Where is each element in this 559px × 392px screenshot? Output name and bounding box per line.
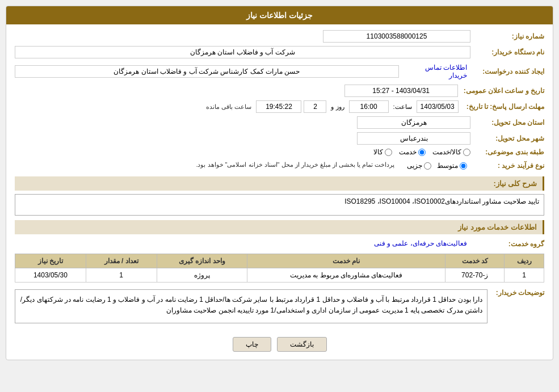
deadline-time: 16:00 xyxy=(349,100,389,113)
province-value: هرمزگان xyxy=(357,116,470,129)
back-button[interactable]: بازگشت xyxy=(277,337,327,352)
deadline-date: 1403/05/03 xyxy=(417,100,459,113)
process-description: پرداخت تمام یا بخشی از مبلغ خریدار از مح… xyxy=(15,159,398,172)
creator-value: حسن مارات کمک کارشناس شرکت آب و فاضلاب ا… xyxy=(15,65,399,78)
category-radio-kala-khadmat[interactable] xyxy=(463,149,470,156)
category-option-kala-khadmat: کالا/خدمت xyxy=(432,148,470,156)
creator-label: ایجاد کننده درخواست: xyxy=(470,68,544,75)
category-radio-kala[interactable] xyxy=(385,149,392,156)
col-row: ردیف xyxy=(505,254,544,268)
category-label-khadmat: خدمت xyxy=(399,148,417,156)
category-label-kala: کالا xyxy=(373,148,383,156)
service-group-label: گروه خدمت: xyxy=(470,240,544,248)
col-date: تاریخ نیاز xyxy=(15,254,86,268)
category-option-kala: کالا xyxy=(373,148,392,156)
category-radio-group: کالا/خدمت خدمت کالا xyxy=(373,148,470,156)
cell-date: 1403/05/30 xyxy=(15,268,86,283)
services-section-label: اطلاعات خدمات مورد نیاز xyxy=(458,223,537,231)
general-desc-value: تایید صلاحیت مشاور استانداردهایISO18295 … xyxy=(15,194,544,216)
deadline-days: 2 xyxy=(304,100,326,113)
process-label-motavaset: متوسط xyxy=(437,162,458,170)
buyer-notes-value: دارا بودن حداقل 1 قرارداد مرتبط با آب و … xyxy=(15,289,487,323)
services-table: ردیف کد خدمت نام خدمت واحد اندازه گیری ت… xyxy=(15,254,544,283)
province-row: استان محل تحویل: هرمزگان xyxy=(15,116,544,129)
city-label: شهر محل تحویل: xyxy=(470,134,544,142)
main-card: جزئیات اطلاعات نیاز شماره نیاز: 11030035… xyxy=(6,6,553,360)
deadline-days-label: روز و xyxy=(331,103,344,111)
deadline-row: مهلت ارسال پاسخ: تا تاریخ: 1403/05/03 سا… xyxy=(15,100,544,113)
process-label-jozi: جزیی xyxy=(407,162,422,170)
contact-link[interactable]: اطلاعات تماس خریدار xyxy=(402,62,470,81)
buyer-org-label: نام دستگاه خریدار: xyxy=(470,48,544,56)
need-number-row: شماره نیاز: 1103003588000125 xyxy=(15,30,544,43)
announce-label: تاریخ و ساعت اعلان عمومی: xyxy=(458,87,544,95)
process-type-label: نوع فرآیند خرید : xyxy=(470,162,544,170)
city-value: بندرعباس xyxy=(357,132,470,145)
announce-value: 1403/04/31 - 15:27 xyxy=(344,85,458,97)
category-radio-khadmat[interactable] xyxy=(418,149,426,156)
cell-name: فعالیت‌های مشاوره‌ای مربوط به مدیریت xyxy=(247,268,445,283)
deadline-label: مهلت ارسال پاسخ: تا تاریخ: xyxy=(461,103,544,111)
remainder-label: ساعت باقی مانده xyxy=(206,103,251,111)
category-option-khadmat: خدمت xyxy=(399,148,426,156)
category-label: طبقه بندی موضوعی: xyxy=(470,148,544,156)
process-type-row: نوع فرآیند خرید : متوسط جزیی پرداخت تمام… xyxy=(15,159,544,172)
col-qty: تعداد / مقدار xyxy=(86,254,157,268)
category-row: طبقه بندی موضوعی: کالا/خدمت خدمت کالا xyxy=(15,148,544,156)
button-row: چاپ بازگشت xyxy=(15,332,544,354)
col-name: نام خدمت xyxy=(247,254,445,268)
table-row: 1ز-70-702فعالیت‌های مشاوره‌ای مربوط به م… xyxy=(15,268,544,283)
creator-row: ایجاد کننده درخواست: اطلاعات تماس خریدار… xyxy=(15,62,544,81)
cell-qty: 1 xyxy=(86,268,157,283)
service-group-row: گروه خدمت: فعالیت‌های حرفه‌ای، علمی و فن… xyxy=(15,238,544,250)
service-group-value[interactable]: فعالیت‌های حرفه‌ای، علمی و فنی xyxy=(15,238,470,250)
province-label: استان محل تحویل: xyxy=(470,119,544,127)
deadline-time-label: ساعت: xyxy=(393,103,412,111)
process-radio-jozi[interactable] xyxy=(424,162,431,170)
cell-code: ز-70-702 xyxy=(445,268,505,283)
col-unit: واحد اندازه گیری xyxy=(157,254,247,268)
cell-unit: پروژه xyxy=(157,268,247,283)
col-code: کد خدمت xyxy=(445,254,505,268)
card-title: جزئیات اطلاعات نیاز xyxy=(246,11,313,20)
general-desc-section: شرح کلی نیاز: xyxy=(15,176,544,191)
buyer-org-value: شرکت آب و فاضلاب استان هرمزگان xyxy=(15,46,470,58)
process-radio-group: متوسط جزیی xyxy=(407,162,467,170)
remainder-time: 19:45:22 xyxy=(256,100,301,113)
card-body: شماره نیاز: 1103003588000125 نام دستگاه … xyxy=(6,24,553,360)
cell-row: 1 xyxy=(505,268,544,283)
need-number-label: شماره نیاز: xyxy=(470,32,544,40)
print-button[interactable]: چاپ xyxy=(233,337,271,352)
services-section-header: اطلاعات خدمات مورد نیاز xyxy=(15,220,544,234)
need-number-value: 1103003588000125 xyxy=(323,30,470,43)
process-option-jozi: جزیی xyxy=(407,162,431,170)
buyer-notes-label: توضیحات خریدار: xyxy=(487,286,544,297)
buyer-notes-row: توضیحات خریدار: دارا بودن حداقل 1 قراردا… xyxy=(15,286,544,328)
buyer-org-row: نام دستگاه خریدار: شرکت آب و فاضلاب استا… xyxy=(15,46,544,58)
category-label-kala-khadmat: کالا/خدمت xyxy=(432,148,461,156)
city-row: شهر محل تحویل: بندرعباس xyxy=(15,132,544,145)
card-header: جزئیات اطلاعات نیاز xyxy=(6,6,553,24)
process-option-motavaset: متوسط xyxy=(437,162,467,170)
general-desc-label: شرح کلی نیاز: xyxy=(493,179,537,188)
page-wrapper: جزئیات اطلاعات نیاز شماره نیاز: 11030035… xyxy=(0,0,559,366)
process-radio-motavaset[interactable] xyxy=(460,162,467,170)
announce-row: تاریخ و ساعت اعلان عمومی: 1403/04/31 - 1… xyxy=(15,85,544,97)
